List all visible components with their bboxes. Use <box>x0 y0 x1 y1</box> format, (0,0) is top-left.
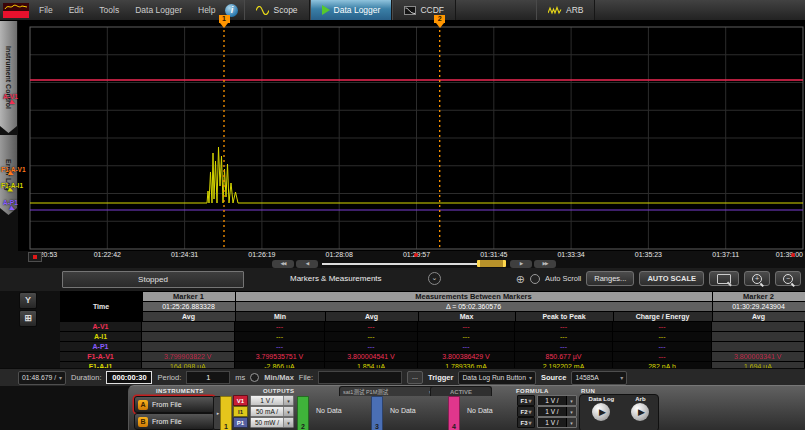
scrollbar-thumb[interactable] <box>477 260 506 267</box>
auto-scroll-radio[interactable] <box>530 274 540 284</box>
channel-label-a-p1[interactable]: A-P1▶ <box>3 199 18 213</box>
record-marker-button[interactable] <box>28 252 42 262</box>
col-header: Avg <box>713 312 805 321</box>
output-4-bar[interactable]: 4 <box>448 396 460 430</box>
tab-label: Scope <box>273 5 297 15</box>
chart-toolbar: ⊕ Auto Scroll Ranges... AUTO SCALE + − <box>516 271 801 286</box>
fit-to-screen-button[interactable] <box>709 271 739 286</box>
f2-chip[interactable]: F2▾ <box>517 406 535 417</box>
pan-crosshair-icon[interactable]: ⊕ <box>516 272 525 286</box>
trigger-label: Trigger <box>428 373 453 382</box>
measurement-cell: 3.800386429 V <box>418 352 515 361</box>
minmax-checkbox[interactable] <box>250 373 259 382</box>
waveform-chart[interactable]: 1 2 <box>18 20 805 251</box>
trigger-select[interactable]: Data Log Run Button▾ <box>458 371 536 385</box>
scroll-forward-button[interactable]: ▶ <box>510 260 532 268</box>
browse-file-button[interactable]: ... <box>407 371 423 384</box>
menu-item-help[interactable]: Help <box>198 5 215 15</box>
menu-item-tools[interactable]: Tools <box>99 5 119 15</box>
sidebar-tab-instrument-control[interactable]: Instrument Control <box>0 21 17 133</box>
output-3-no-data: No Data <box>390 407 416 414</box>
output-1-bar[interactable]: 1 <box>220 396 232 430</box>
table-row-a-i1[interactable]: A-I1--------------- <box>60 331 805 341</box>
table-row-f1-a-v1[interactable]: F1-A-V13.799903822 V3.799535751 V3.80000… <box>60 351 805 361</box>
i1-scale-select[interactable]: 50 mA /▾ <box>250 406 294 417</box>
measurement-cell: --- <box>515 332 613 341</box>
duration-label: Duration: <box>71 373 101 382</box>
instrument-panel: INSTRUMENTS OUTPUTS sat1测试 P1M测试 × ACTIV… <box>128 385 805 430</box>
f1-scale-select[interactable]: 1 V /▾ <box>537 395 577 406</box>
col-header: Peak to Peak <box>516 312 613 321</box>
f1-chip[interactable]: F1▾ <box>517 395 535 406</box>
menu-item-file[interactable]: File <box>39 5 53 15</box>
marker-2-handle[interactable]: 2 <box>434 15 445 23</box>
tab-label: Data Logger <box>334 5 381 15</box>
marker-tool-button[interactable]: Y <box>19 292 37 309</box>
scroll-rewind-button[interactable]: ◀◀ <box>272 260 294 268</box>
auto-scale-button[interactable]: AUTO SCALE <box>639 271 704 286</box>
row-label: A-V1 <box>60 322 142 331</box>
file-input[interactable] <box>318 371 402 384</box>
zoom-in-button[interactable]: + <box>744 271 770 286</box>
measurement-cell: 3.799535751 V <box>235 352 325 361</box>
marker-1-handle[interactable]: 1 <box>219 15 230 23</box>
channel-label-f1-a-i1[interactable]: F1-A-I1▶ <box>1 182 23 196</box>
ranges-button[interactable]: Ranges... <box>586 271 634 286</box>
channel-label-a-v1[interactable]: A-V1▶ <box>3 93 18 107</box>
elapsed-time-dropdown[interactable]: 01:48.679 /▾ <box>18 371 66 385</box>
ccdf-curve-icon <box>404 6 416 15</box>
tab-data-logger[interactable]: Data Logger <box>310 0 393 20</box>
tab-arb[interactable]: ARB <box>536 0 595 20</box>
arb-label: Arb <box>635 396 645 402</box>
grid-view-button[interactable]: ⊞ <box>19 310 37 327</box>
measurement-cell: --- <box>325 322 418 331</box>
row-label: F1-A-V1 <box>60 352 142 361</box>
v1-chip[interactable]: V1 <box>233 395 248 406</box>
channel-arrow-icon: ▶ <box>9 99 19 109</box>
table-row-a-p1[interactable]: A-P1--------------- <box>60 341 805 351</box>
scroll-back-button[interactable]: ◀ <box>296 260 318 268</box>
scroll-fast-forward-button[interactable]: ▶▶ <box>534 260 556 268</box>
f2-scale-select[interactable]: 1 V /▾ <box>537 406 577 417</box>
p1-scale-select[interactable]: 50 mW /▾ <box>250 417 294 428</box>
file-tab[interactable]: sat1测试 P1M测试 × <box>339 386 436 396</box>
app-window: FileEditToolsData LoggerHelp i Scope Dat… <box>0 0 805 430</box>
output-3-bar[interactable]: 3 <box>371 396 383 430</box>
measurement-cell: --- <box>613 332 712 341</box>
channel-label-f1-a-v1[interactable]: F1-A-V1▶ <box>1 166 26 180</box>
arb-waveform-icon <box>548 6 562 15</box>
tab-ccdf[interactable]: CCDF <box>392 0 456 20</box>
menu-item-data-logger[interactable]: Data Logger <box>135 5 182 15</box>
p1-chip[interactable]: P1 <box>233 417 248 428</box>
v1-scale-select[interactable]: 1 V /▾ <box>250 395 294 406</box>
period-input[interactable]: 1 <box>186 371 230 384</box>
instrument-b-from-file-button[interactable]: B From File <box>134 413 215 430</box>
zoom-out-button[interactable]: − <box>775 271 801 286</box>
tab-scope[interactable]: Scope <box>244 0 309 20</box>
output-2-bar[interactable]: 2 <box>297 396 309 430</box>
f3-scale-select[interactable]: 1 V /▾ <box>537 417 577 428</box>
marker1-header: Marker 1 <box>143 292 235 301</box>
measurement-cell <box>142 322 235 331</box>
f3-chip[interactable]: F3▾ <box>517 417 535 428</box>
file-tab-label: sat1测试 P1M测试 <box>343 388 388 396</box>
menu-item-edit[interactable]: Edit <box>69 5 84 15</box>
output-number: 2 <box>298 423 308 430</box>
measurement-cell: --- <box>613 342 712 351</box>
scrollbar-track[interactable] <box>322 263 480 265</box>
instrument-a-from-file-button[interactable]: A From File <box>134 396 215 413</box>
data-log-play-button[interactable]: ▶ <box>592 403 610 421</box>
formula-f2-row: F2▾ 1 V /▾ <box>517 407 577 416</box>
active-tab[interactable]: ACTIVE <box>430 386 492 396</box>
chevron-down-icon[interactable]: ⌄ <box>428 272 441 285</box>
play-icon <box>322 5 330 15</box>
arb-play-button[interactable]: ▶ <box>631 403 649 421</box>
markers-measurements-title: Markers & Measurements <box>290 274 382 283</box>
output-number: 4 <box>449 423 459 430</box>
table-row-a-v1[interactable]: A-V1--------------- <box>60 321 805 331</box>
i1-chip[interactable]: I1 <box>233 406 248 417</box>
marker1-time: 01:25:26.883328 <box>143 302 235 311</box>
duration-value[interactable]: 000:00:30 <box>106 371 152 384</box>
source-select[interactable]: 14585A▾ <box>571 371 627 385</box>
caret-down-icon: ▾ <box>620 374 623 381</box>
